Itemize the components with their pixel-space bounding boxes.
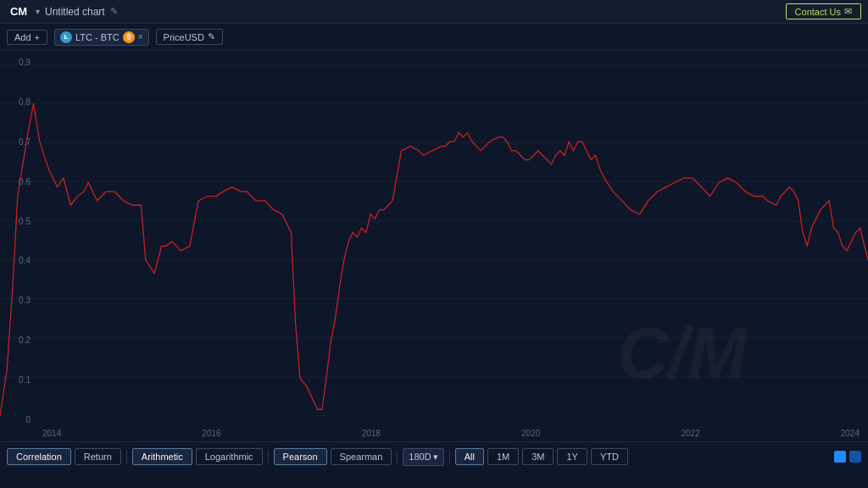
price-edit-icon: ✎: [208, 31, 215, 42]
svg-text:C/M: C/M: [617, 312, 748, 393]
mail-icon: ✉: [844, 6, 852, 17]
x-label-2020: 2020: [521, 429, 540, 438]
y-label-01: 0.1: [3, 375, 31, 385]
tab-arithmetic[interactable]: Arithmetic: [132, 448, 192, 465]
x-label-2018: 2018: [362, 429, 381, 438]
period-label: 180D: [409, 452, 431, 462]
x-label-2024: 2024: [841, 429, 860, 438]
edit-title-icon[interactable]: ✎: [110, 6, 118, 17]
tab-return[interactable]: Return: [75, 448, 121, 465]
ltc-icon: Ł: [60, 31, 72, 43]
contact-us-button[interactable]: Contact Us ✉: [786, 3, 861, 19]
x-axis-labels: 2014 2016 2018 2020 2022 2024: [34, 429, 868, 438]
pair-badge[interactable]: Ł LTC - BTC ₿ ×: [54, 29, 149, 46]
y-label-02: 0.2: [3, 336, 31, 345]
toolbar: Add + Ł LTC - BTC ₿ × PriceUSD ✎: [0, 24, 868, 51]
range-3m[interactable]: 3M: [522, 448, 554, 465]
add-label: Add: [14, 32, 31, 42]
x-label-2014: 2014: [42, 429, 61, 438]
top-bar: CM ▾ Untitled chart ✎ Contact Us ✉: [0, 0, 868, 24]
add-button[interactable]: Add +: [7, 30, 47, 45]
cm-logo: CM: [7, 3, 31, 20]
price-button[interactable]: PriceUSD ✎: [156, 29, 223, 45]
contact-label: Contact Us: [795, 7, 841, 17]
x-label-2016: 2016: [202, 429, 220, 438]
separator-1: [126, 450, 127, 463]
btc-icon: ₿: [123, 31, 135, 43]
period-chevron-icon: ▾: [433, 452, 438, 463]
add-icon: +: [35, 32, 40, 42]
period-select[interactable]: 180D ▾: [403, 448, 443, 466]
pair-label: LTC - BTC: [75, 32, 120, 42]
logo-chevron-icon[interactable]: ▾: [36, 7, 40, 16]
top-bar-left: CM ▾ Untitled chart ✎: [7, 3, 118, 20]
chart-svg: C/M: [0, 51, 868, 441]
range-1y[interactable]: 1Y: [557, 448, 587, 465]
range-1m[interactable]: 1M: [487, 448, 519, 465]
chart-area: C/M 0.9 0.8 0.7 0.6 0.5 0.4 0.3 0.2 0.1 …: [0, 51, 868, 441]
separator-3: [397, 450, 398, 463]
y-axis-labels: 0.9 0.8 0.7 0.6 0.5 0.4 0.3 0.2 0.1 0: [0, 51, 34, 441]
range-ytd[interactable]: YTD: [591, 448, 628, 465]
pair-close-icon[interactable]: ×: [138, 32, 143, 42]
separator-4: [449, 450, 450, 463]
tab-spearman[interactable]: Spearman: [331, 448, 392, 465]
y-label-03: 0.3: [3, 296, 31, 305]
y-label-07: 0.7: [3, 137, 31, 147]
tab-pearson[interactable]: Pearson: [274, 448, 327, 465]
price-label: PriceUSD: [164, 32, 204, 42]
color-swatch-2[interactable]: [849, 451, 861, 463]
y-label-09: 0.9: [3, 58, 31, 67]
y-label-00: 0: [3, 415, 31, 424]
y-label-04: 0.4: [3, 256, 31, 265]
tab-correlation[interactable]: Correlation: [7, 448, 71, 465]
x-label-2022: 2022: [681, 429, 699, 438]
range-all[interactable]: All: [455, 448, 484, 465]
separator-2: [268, 450, 269, 463]
y-label-05: 0.5: [3, 217, 31, 226]
chart-title: Untitled chart: [45, 6, 105, 18]
y-label-06: 0.6: [3, 177, 31, 186]
color-swatch-1[interactable]: [834, 451, 846, 463]
bottom-bar: Correlation Return Arithmetic Logarithmi…: [0, 441, 868, 471]
y-label-08: 0.8: [3, 97, 31, 107]
tab-logarithmic[interactable]: Logarithmic: [196, 448, 263, 465]
